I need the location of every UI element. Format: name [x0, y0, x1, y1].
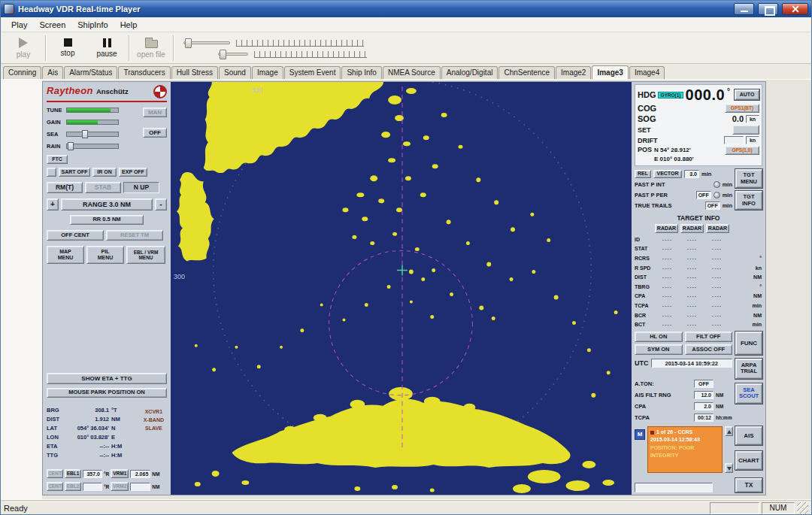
- sym-on-button[interactable]: SYM ON: [635, 344, 683, 355]
- target-info-table: ID ---- ---- ---- STAT ---- ---- ----: [635, 235, 762, 329]
- assoc-off-button[interactable]: ASSOC OFF: [685, 344, 733, 355]
- tab[interactable]: Image2: [556, 66, 591, 79]
- close-button[interactable]: [782, 3, 808, 15]
- speed-slider[interactable]: [183, 41, 230, 44]
- exp-button[interactable]: EXP OFF: [119, 168, 147, 177]
- pause-button[interactable]: pause: [87, 34, 126, 62]
- past-pos-interval-spinner[interactable]: [714, 181, 720, 188]
- menu-item[interactable]: Play: [5, 19, 33, 31]
- cent-ebl1-button[interactable]: CENT: [47, 469, 63, 478]
- gps2-button[interactable]: GPS(1,0): [725, 146, 759, 155]
- rain-slider[interactable]: [66, 144, 119, 149]
- past-pos-period-spinner[interactable]: [714, 192, 720, 198]
- tab[interactable]: Analog/Digital: [441, 66, 498, 79]
- alert-scroll-down-button[interactable]: [725, 463, 733, 473]
- vrm1-button[interactable]: VRM1: [111, 469, 129, 478]
- range-display-button[interactable]: RANGE 3.0 NM: [61, 198, 153, 211]
- auto-button[interactable]: AUTO: [735, 89, 759, 100]
- man-button[interactable]: MAN: [143, 108, 167, 117]
- tgt-menu-button[interactable]: TGT MENU: [735, 169, 762, 188]
- play-button[interactable]: play: [4, 34, 43, 62]
- minimize-button[interactable]: [734, 3, 754, 15]
- cent-ebl2-button[interactable]: CENT: [47, 482, 63, 491]
- stop-button[interactable]: stop: [48, 34, 87, 62]
- tab[interactable]: Ship Info: [341, 66, 381, 79]
- sea-slider[interactable]: [66, 132, 119, 137]
- tab[interactable]: Alarm/Status: [64, 66, 117, 79]
- ebl2-button[interactable]: EBL2: [65, 482, 81, 491]
- radar-column-button[interactable]: RADAR: [655, 224, 678, 233]
- tab[interactable]: ChnSentence: [498, 66, 555, 79]
- sart-button[interactable]: SART OFF: [59, 168, 90, 177]
- tab[interactable]: Image3: [592, 65, 628, 79]
- chart-button[interactable]: CHART: [735, 451, 762, 470]
- menu-item[interactable]: Screen: [33, 19, 71, 31]
- tab[interactable]: System Event: [284, 66, 341, 79]
- ir-button[interactable]: IR ON: [92, 168, 117, 177]
- show-eta-button[interactable]: SHOW ETA + TTG: [47, 373, 167, 384]
- tab[interactable]: NMEA Source: [383, 66, 441, 79]
- position-slider-thumb[interactable]: [220, 50, 226, 59]
- range-ring-button[interactable]: RR 0.5 NM: [70, 215, 144, 225]
- tab[interactable]: Ais: [42, 66, 63, 79]
- reset-tm-button[interactable]: RESET TM: [106, 230, 163, 241]
- rain-slider-thumb[interactable]: [68, 142, 74, 150]
- set-blank-button[interactable]: [732, 125, 759, 135]
- range-plus-button[interactable]: +: [47, 198, 59, 211]
- stab-button[interactable]: STAB: [85, 182, 121, 193]
- sea-slider-thumb[interactable]: [82, 130, 88, 138]
- tune-slider[interactable]: [66, 108, 119, 113]
- nav-info-row: LON 010° 03.828' E: [47, 432, 167, 441]
- off-button[interactable]: OFF: [143, 128, 167, 138]
- maximize-button[interactable]: [758, 3, 778, 15]
- range-minus-button[interactable]: -: [155, 198, 167, 211]
- tab[interactable]: Sound: [219, 66, 251, 79]
- open-file-button[interactable]: open file: [132, 34, 171, 62]
- map-menu-button[interactable]: MAP MENU: [47, 246, 84, 264]
- mouse-park-button[interactable]: MOUSE PARK POSITION ON: [47, 388, 167, 398]
- tgt-info-button[interactable]: TGT INFO: [735, 191, 762, 210]
- radar-column-button[interactable]: RADAR: [680, 224, 704, 233]
- off-cent-button[interactable]: OFF CENT: [47, 230, 104, 241]
- app-window: Headway VDR Real-time Player PlayScreenS…: [0, 0, 812, 515]
- ais-filter-row: AIS FILT RNG 12.0 NM: [635, 390, 732, 400]
- resize-grip[interactable]: [797, 502, 808, 513]
- radar-column-button[interactable]: RADAR: [706, 224, 729, 233]
- sea-scout-button[interactable]: SEA SCOUT: [735, 383, 762, 404]
- ebl-vrm-menu-button[interactable]: EBL / VRM MENU: [126, 246, 165, 264]
- titlebar[interactable]: Headway VDR Real-time Player: [1, 1, 811, 17]
- gain-slider[interactable]: [66, 120, 119, 125]
- north-up-button[interactable]: N UP: [123, 182, 159, 193]
- vector-button[interactable]: VECTOR: [653, 170, 682, 178]
- filt-off-button[interactable]: FILT OFF: [685, 332, 733, 342]
- tab[interactable]: Image4: [629, 66, 665, 79]
- position-slider[interactable]: [218, 53, 248, 56]
- alert-mode-badge: M: [635, 429, 645, 440]
- ebl1-button[interactable]: EBL1: [65, 469, 81, 478]
- tab[interactable]: Hull Stress: [171, 66, 218, 79]
- rm-button[interactable]: RM(T): [47, 182, 83, 193]
- menu-item[interactable]: Help: [114, 19, 144, 31]
- utc-label: UTC: [635, 359, 649, 367]
- hl-on-button[interactable]: HL ON: [635, 332, 683, 342]
- speed-slider-thumb[interactable]: [185, 38, 192, 48]
- tab[interactable]: Conning: [3, 66, 41, 79]
- play-icon: [19, 38, 28, 48]
- gps1-button[interactable]: GPS1(BT): [725, 104, 759, 113]
- true-trails-value: OFF: [705, 201, 720, 210]
- func-button[interactable]: FUNC: [735, 332, 762, 355]
- tab[interactable]: Image: [252, 66, 283, 79]
- radar-display[interactable]: 330 300: [171, 82, 632, 495]
- alert-scroll-up-button[interactable]: [725, 426, 733, 436]
- rel-button[interactable]: REL: [635, 170, 651, 178]
- timeline-ruler: [236, 40, 364, 47]
- menu-item[interactable]: ShipInfo: [71, 19, 114, 31]
- ftc-button[interactable]: FTC: [47, 155, 68, 164]
- tab[interactable]: Transducers: [118, 66, 170, 79]
- arpa-trial-button[interactable]: ARPA TRIAL: [735, 359, 762, 379]
- pil-menu-button[interactable]: PIL MENU: [86, 246, 124, 264]
- blank-filter-button[interactable]: [47, 168, 56, 177]
- vrm2-button[interactable]: VRM2: [111, 482, 129, 491]
- ais-button[interactable]: AIS: [735, 426, 762, 445]
- tx-button[interactable]: TX: [735, 478, 762, 492]
